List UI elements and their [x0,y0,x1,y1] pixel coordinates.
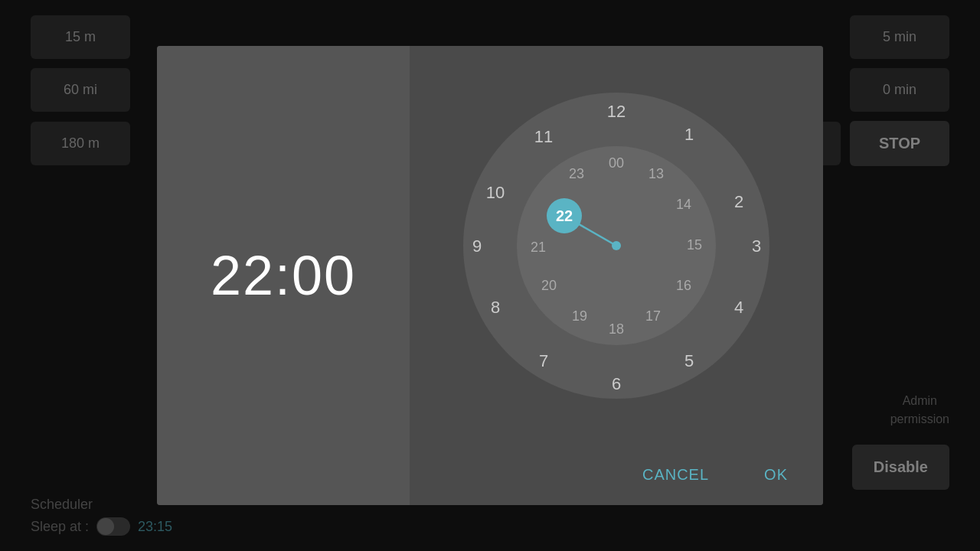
svg-text:19: 19 [572,308,587,324]
svg-text:4: 4 [734,298,743,317]
clock-container[interactable]: 22 12 1 2 3 4 5 6 [456,85,777,406]
dialog-buttons: CANCEL OK [410,445,823,505]
clock-panel: 22 12 1 2 3 4 5 6 [410,46,823,505]
time-display-panel: 22:00 [157,46,410,505]
svg-text:13: 13 [648,166,664,181]
clock-svg: 22 12 1 2 3 4 5 6 [456,85,777,406]
svg-text:22: 22 [556,207,573,224]
svg-text:16: 16 [676,278,691,293]
ok-button[interactable]: OK [752,460,800,490]
svg-text:23: 23 [569,166,584,181]
svg-text:6: 6 [612,374,621,393]
svg-text:5: 5 [684,351,694,370]
svg-text:10: 10 [486,183,505,202]
svg-text:21: 21 [531,240,546,255]
cancel-button[interactable]: CANCEL [630,460,721,490]
svg-text:14: 14 [676,197,691,212]
svg-point-6 [612,241,621,250]
svg-text:17: 17 [645,308,661,324]
time-display: 22:00 [211,244,356,307]
svg-text:18: 18 [609,321,624,337]
svg-text:7: 7 [539,351,548,370]
svg-text:15: 15 [687,237,702,253]
svg-text:20: 20 [541,278,557,293]
svg-text:2: 2 [734,192,743,211]
svg-text:12: 12 [607,102,626,121]
time-picker-dialog: 22:00 22 [157,46,823,505]
svg-text:8: 8 [491,298,500,317]
svg-text:11: 11 [534,127,553,146]
svg-text:9: 9 [472,236,482,256]
svg-text:3: 3 [752,236,761,256]
svg-text:00: 00 [609,155,624,171]
clock-area: 22 12 1 2 3 4 5 6 [410,46,823,445]
svg-text:1: 1 [684,125,694,144]
